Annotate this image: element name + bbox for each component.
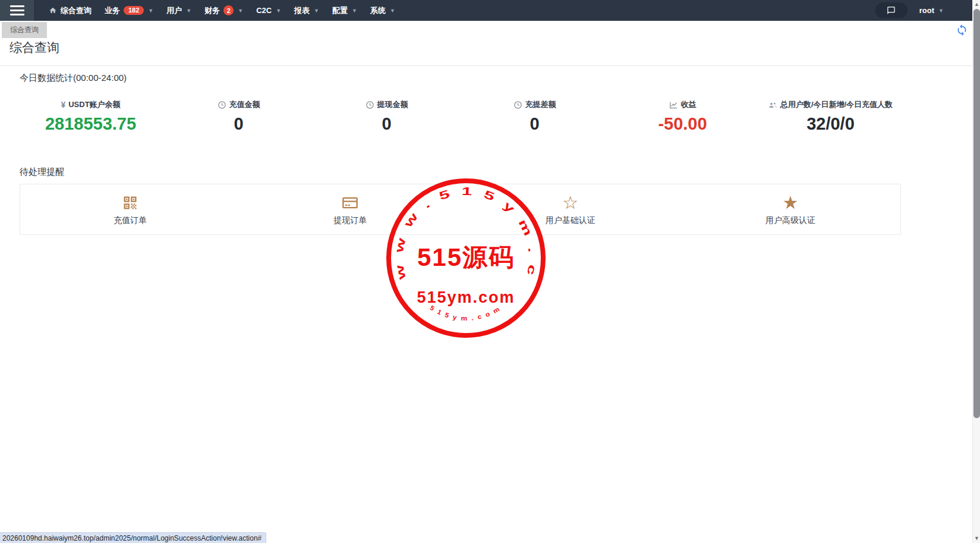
chevron-down-icon: ▼ <box>148 8 153 14</box>
stat-label: 提现金额 <box>377 99 408 110</box>
stat-label: USDT账户余额 <box>68 99 120 110</box>
qrcode-icon <box>121 194 139 211</box>
admin-dashboard: 综合查询 业务 182 ▼ 用户 ▼ 财务 2 ▼ C2C ▼ 报表 <box>0 0 980 543</box>
pending-item-deposit-orders[interactable]: 充值订单 <box>20 193 240 226</box>
nav-item-reports[interactable]: 报表 ▼ <box>288 0 326 21</box>
yen-icon: ¥ <box>61 100 65 109</box>
stat-usdt-balance: ¥ USDT账户余额 2818553.75 <box>17 99 165 134</box>
stat-label: 收益 <box>681 99 697 110</box>
stat-profit: 收益 -50.00 <box>609 99 757 134</box>
stat-label: 总用户数/今日新增/今日充值人数 <box>780 99 893 110</box>
username: root <box>919 6 934 15</box>
stat-label: 充值金额 <box>229 99 260 110</box>
stat-value: 32/0/0 <box>757 114 905 134</box>
nav-label: C2C <box>256 6 272 15</box>
scroll-down-button[interactable]: ▼ <box>973 535 980 542</box>
top-navbar: 综合查询 业务 182 ▼ 用户 ▼ 财务 2 ▼ C2C ▼ 报表 <box>0 0 972 21</box>
finance-count-badge: 2 <box>223 5 234 15</box>
tab-bar: 综合查询 <box>0 21 972 37</box>
nav-label: 财务 <box>204 5 220 16</box>
star-outline-icon: ☆ <box>562 194 578 211</box>
pending-section-title: 待处理提醒 <box>20 167 64 178</box>
scroll-up-button[interactable]: ▲ <box>973 1 980 8</box>
svg-text:5 1 5 y m . c o m: 5 1 5 y m . c o m <box>428 304 502 322</box>
stat-withdraw-amount: 提现金额 0 <box>313 99 461 134</box>
credit-card-icon <box>341 194 359 211</box>
users-icon <box>768 101 777 109</box>
messages-button[interactable] <box>875 2 907 18</box>
stamp-arc-bottom-text: 5 1 5 y m . c o m <box>428 304 502 322</box>
stat-deposit-withdraw-diff: 充提差额 0 <box>461 99 609 134</box>
star-filled-icon: ★ <box>782 194 798 211</box>
nav-item-c2c[interactable]: C2C ▼ <box>250 0 288 21</box>
watermark-stamp: w w w . 5 1 5 y m . c o m 515源码 515ym.co… <box>383 175 549 341</box>
refresh-button[interactable] <box>955 24 968 37</box>
nav-label: 用户 <box>166 5 182 16</box>
user-menu[interactable]: root ▼ <box>919 6 944 15</box>
clock-icon <box>513 101 522 109</box>
main-nav: 综合查询 业务 182 ▼ 用户 ▼ 财务 2 ▼ C2C ▼ 报表 <box>42 0 402 21</box>
stats-row: ¥ USDT账户余额 2818553.75 充值金额 0 提现金额 0 充提差额 <box>17 99 905 134</box>
home-icon <box>49 7 57 14</box>
nav-label: 报表 <box>294 5 310 16</box>
chevron-down-icon: ▼ <box>352 8 357 14</box>
tab-overview[interactable]: 综合查询 <box>2 22 47 38</box>
stamp-title-text: 515源码 <box>417 243 515 271</box>
chevron-down-icon: ▼ <box>938 8 944 14</box>
stamp-arc-top-text: w w w . 5 1 5 y m . c o m <box>383 175 539 288</box>
nav-label: 综合查询 <box>61 5 92 16</box>
clock-icon <box>218 101 226 109</box>
chevron-down-icon: ▼ <box>390 8 395 14</box>
header-divider <box>0 65 972 66</box>
pending-label: 充值订单 <box>20 215 240 226</box>
stat-value: 0 <box>313 114 461 134</box>
nav-item-users[interactable]: 用户 ▼ <box>160 0 198 21</box>
navbar-right: root ▼ <box>875 2 972 18</box>
stat-user-counts: 总用户数/今日新增/今日充值人数 32/0/0 <box>757 99 905 134</box>
page-title: 综合查询 <box>10 39 59 56</box>
business-count-badge: 182 <box>124 6 144 15</box>
scrollbar[interactable]: ▲ ▼ <box>972 0 980 543</box>
chevron-down-icon: ▼ <box>314 8 319 14</box>
refresh-icon <box>956 24 968 36</box>
chevron-down-icon: ▼ <box>186 8 191 14</box>
sidebar-toggle-button[interactable] <box>0 0 34 21</box>
chart-line-icon <box>669 101 678 109</box>
stat-value: -50.00 <box>609 114 757 134</box>
clock-icon <box>365 101 374 109</box>
nav-item-overview[interactable]: 综合查询 <box>42 0 98 21</box>
pending-item-advanced-verification[interactable]: ★ 用户高级认证 <box>680 193 900 226</box>
scrollbar-thumb[interactable] <box>973 9 980 418</box>
status-url-tooltip: 20260109hd.haiwaiym26.top/admin2025/norm… <box>0 532 266 543</box>
nav-item-business[interactable]: 业务 182 ▼ <box>98 0 160 21</box>
svg-text:w w w . 5 1 5 y m . c o m: w w w . 5 1 5 y m . c o m <box>383 175 539 288</box>
stats-section-title: 今日数据统计(00:00-24:00) <box>20 73 127 84</box>
stat-deposit-amount: 充值金额 0 <box>165 99 313 134</box>
nav-item-system[interactable]: 系统 ▼ <box>364 0 402 21</box>
nav-label: 系统 <box>370 5 386 16</box>
stat-value: 2818553.75 <box>17 114 165 134</box>
nav-item-finance[interactable]: 财务 2 ▼ <box>198 0 250 21</box>
chat-bubble-icon <box>886 6 896 15</box>
stamp-domain-text: 515ym.com <box>417 288 515 306</box>
stat-value: 0 <box>165 114 313 134</box>
nav-item-config[interactable]: 配置 ▼ <box>326 0 364 21</box>
chevron-down-icon: ▼ <box>276 8 281 14</box>
hamburger-icon <box>10 5 24 7</box>
nav-label: 配置 <box>332 5 348 16</box>
stat-label: 充提差额 <box>525 99 556 110</box>
stat-value: 0 <box>461 114 609 134</box>
nav-label: 业务 <box>105 5 120 16</box>
chevron-down-icon: ▼ <box>238 8 243 14</box>
pending-label: 用户高级认证 <box>680 215 900 226</box>
